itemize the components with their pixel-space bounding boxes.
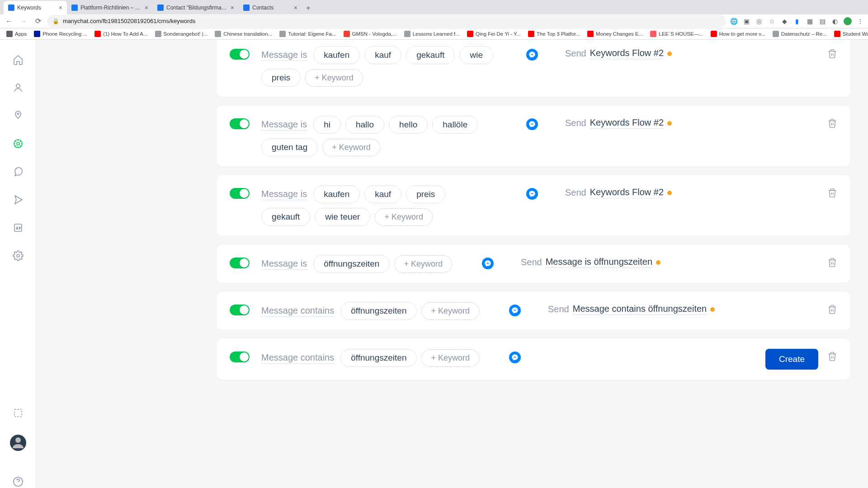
condition-label[interactable]: Message is bbox=[261, 189, 307, 200]
keyword-pill[interactable]: wie bbox=[459, 46, 493, 64]
enable-toggle[interactable] bbox=[230, 118, 250, 129]
bookmark-item[interactable]: The Top 3 Platfor... bbox=[525, 31, 583, 37]
bookmark-item[interactable]: Chinese translation... bbox=[212, 31, 275, 37]
settings-icon[interactable] bbox=[12, 249, 24, 262]
browser-tab[interactable]: Contact "Bildungsfirma" throu × bbox=[153, 1, 239, 14]
home-icon[interactable] bbox=[12, 53, 24, 66]
bookmark-item[interactable]: Money Changes E... bbox=[585, 31, 646, 37]
bookmark-item[interactable]: Phone Recycling ... bbox=[31, 31, 90, 37]
ext4-icon[interactable]: ▤ bbox=[818, 17, 826, 25]
flow-name[interactable]: Message is öffnungszeiten bbox=[546, 257, 652, 268]
add-keyword-button[interactable]: + Keyword bbox=[394, 255, 452, 273]
condition-label[interactable]: Message is bbox=[261, 50, 307, 61]
delete-button[interactable] bbox=[827, 352, 837, 361]
audience-icon[interactable] bbox=[12, 81, 24, 94]
delete-button[interactable] bbox=[827, 258, 837, 267]
tab-close[interactable]: × bbox=[231, 4, 234, 11]
delete-button[interactable] bbox=[827, 118, 837, 128]
flow-name[interactable]: Keywords Flow #2 bbox=[590, 117, 664, 129]
bookmark-item[interactable]: LEE´S HOUSE—... bbox=[647, 31, 706, 37]
enable-toggle[interactable] bbox=[230, 258, 250, 268]
keyword-pill[interactable]: öffnungszeiten bbox=[313, 255, 390, 273]
keyword-pill[interactable]: hallöle bbox=[432, 116, 478, 134]
bookmark-item[interactable]: Lessons Learned f... bbox=[401, 31, 462, 37]
condition-label[interactable]: Message is bbox=[261, 258, 307, 270]
keyword-pill[interactable]: hi bbox=[313, 116, 341, 134]
keyword-pill[interactable]: öffnungszeiten bbox=[340, 302, 417, 320]
keyword-pill[interactable]: wie teuer bbox=[315, 208, 370, 226]
livechat-icon[interactable] bbox=[12, 165, 24, 178]
add-keyword-button[interactable]: + Keyword bbox=[305, 69, 363, 87]
ads-icon[interactable] bbox=[12, 221, 24, 234]
condition-label[interactable]: Message is bbox=[261, 119, 307, 131]
browser-tab[interactable]: Plattform-Richtlinien – Übersic × bbox=[67, 1, 153, 14]
translate-icon[interactable]: 🌐 bbox=[730, 17, 738, 25]
keyword-pill[interactable]: preis bbox=[261, 69, 301, 87]
ext2-icon[interactable]: ▮ bbox=[793, 17, 801, 25]
bookmark-item[interactable]: Qing Fei De Yi - Y... bbox=[464, 31, 524, 37]
tab-close[interactable]: × bbox=[145, 4, 148, 11]
address-bar[interactable]: 🔒 manychat.com/fb198150208192061/cms/key… bbox=[47, 15, 726, 28]
ext5-icon[interactable]: ◐ bbox=[831, 17, 839, 25]
back-button[interactable]: ← bbox=[4, 16, 14, 27]
templates-icon[interactable] bbox=[12, 407, 24, 419]
bookmark-item[interactable]: Student Wants an... bbox=[831, 31, 868, 37]
keyword-pill[interactable]: kauf bbox=[364, 46, 401, 64]
ext1-icon[interactable]: ◆ bbox=[780, 17, 788, 25]
enable-toggle[interactable] bbox=[230, 305, 250, 315]
user-avatar[interactable] bbox=[10, 435, 26, 451]
bookmark-item[interactable]: How to get more v... bbox=[708, 31, 768, 37]
keyword-pill[interactable]: kauf bbox=[364, 185, 401, 203]
delete-button[interactable] bbox=[827, 305, 837, 314]
tab-close[interactable]: × bbox=[59, 4, 62, 11]
enable-toggle[interactable] bbox=[230, 352, 250, 362]
enable-toggle[interactable] bbox=[230, 188, 250, 199]
flow-name[interactable]: Keywords Flow #2 bbox=[590, 48, 664, 59]
flow-name[interactable]: Keywords Flow #2 bbox=[590, 187, 664, 198]
browser-tab[interactable]: Contacts × bbox=[239, 1, 302, 14]
ext3-icon[interactable]: ▦ bbox=[806, 17, 814, 25]
messenger-icon[interactable] bbox=[526, 188, 538, 200]
messenger-icon[interactable] bbox=[509, 352, 521, 363]
keyword-pill[interactable]: hello bbox=[389, 116, 428, 134]
add-keyword-button[interactable]: + Keyword bbox=[421, 349, 479, 367]
messenger-icon[interactable] bbox=[526, 49, 538, 61]
bookmark-item[interactable]: Apps bbox=[4, 31, 29, 37]
create-button[interactable]: Create bbox=[765, 349, 818, 370]
add-keyword-button[interactable]: + Keyword bbox=[421, 302, 479, 320]
messenger-icon[interactable] bbox=[526, 118, 538, 130]
bookmark-item[interactable]: (1) How To Add A... bbox=[92, 31, 150, 37]
delete-button[interactable] bbox=[827, 188, 837, 198]
star-icon[interactable]: ☆ bbox=[768, 17, 776, 25]
qr-icon[interactable]: ▣ bbox=[742, 17, 750, 25]
keyword-pill[interactable]: preis bbox=[406, 185, 445, 203]
keyword-pill[interactable]: öffnungszeiten bbox=[340, 349, 417, 367]
keyword-pill[interactable]: kaufen bbox=[313, 46, 360, 64]
tab-close[interactable]: × bbox=[294, 4, 297, 11]
bookmark-item[interactable]: Tutorial: Eigene Fa... bbox=[277, 31, 339, 37]
condition-label[interactable]: Message contains bbox=[261, 352, 334, 364]
menu-icon[interactable]: ⋮ bbox=[856, 17, 864, 25]
profile-avatar[interactable] bbox=[844, 17, 852, 25]
browser-tab[interactable]: Keywords × bbox=[4, 1, 67, 14]
bookmark-item[interactable]: Sonderangebot! |... bbox=[152, 31, 211, 37]
enable-toggle[interactable] bbox=[230, 49, 250, 60]
bookmark-item[interactable]: GMSN - Vologda,... bbox=[341, 31, 400, 37]
keyword-pill[interactable]: kaufen bbox=[313, 185, 360, 203]
help-icon[interactable] bbox=[12, 475, 24, 488]
messenger-icon[interactable] bbox=[509, 305, 521, 316]
keyword-pill[interactable]: gekauft bbox=[406, 46, 455, 64]
keyword-pill[interactable]: guten tag bbox=[261, 138, 318, 156]
bookmark-item[interactable]: Datenschutz – Re... bbox=[770, 31, 830, 37]
keyword-pill[interactable]: gekauft bbox=[261, 208, 310, 226]
location-icon[interactable]: ◎ bbox=[755, 17, 763, 25]
growth-icon[interactable] bbox=[12, 109, 24, 122]
delete-button[interactable] bbox=[827, 49, 837, 59]
add-keyword-button[interactable]: + Keyword bbox=[375, 208, 433, 226]
broadcast-icon[interactable] bbox=[12, 193, 24, 206]
flow-name[interactable]: Message contains öffnungszeiten bbox=[573, 304, 707, 315]
forward-button[interactable]: → bbox=[18, 16, 29, 27]
add-keyword-button[interactable]: + Keyword bbox=[322, 139, 380, 156]
automation-icon[interactable] bbox=[12, 137, 24, 150]
new-tab-button[interactable]: + bbox=[302, 2, 315, 14]
